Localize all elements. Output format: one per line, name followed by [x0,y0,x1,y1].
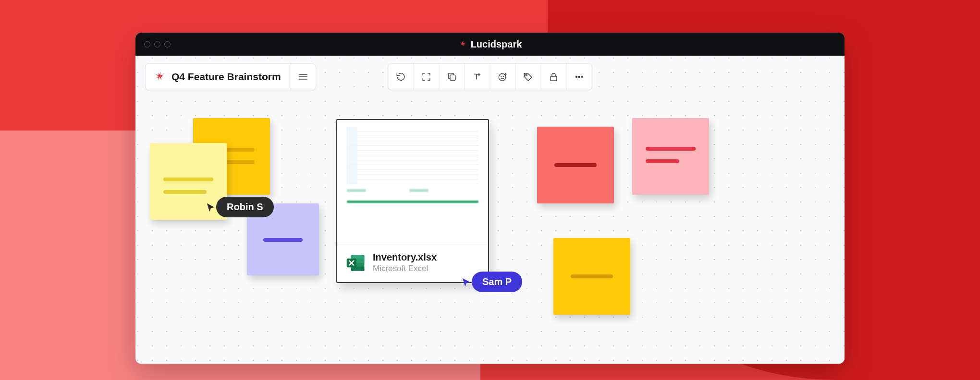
embedded-file-card[interactable]: Inventory.xlsx Microsoft Excel [336,119,489,283]
collaborator-label: Sam P [472,272,522,292]
sticky-note[interactable] [553,238,630,315]
document-title-bar: Q4 Feature Brainstorm [145,63,316,90]
cursor-icon [206,202,216,213]
lucidspark-logo-icon [149,67,169,86]
svg-rect-0 [450,75,455,80]
collaborator-cursor-robin: Robin S [206,197,274,217]
expand-icon [421,71,432,82]
expand-button[interactable] [414,63,439,90]
window-titlebar: Lucidspark [135,33,845,56]
hamburger-icon [299,73,307,80]
sticky-note[interactable] [632,118,709,195]
excel-file-icon [345,252,366,273]
lock-icon [549,71,559,82]
text-add-icon [472,71,483,82]
lucidspark-logo-icon [458,40,467,48]
emoji-add-icon [498,71,508,82]
svg-point-2 [501,76,502,77]
rotate-button[interactable] [389,63,414,90]
svg-point-4 [526,74,527,76]
svg-point-6 [576,76,577,78]
svg-rect-5 [551,76,557,81]
svg-rect-12 [351,267,365,271]
whiteboard-canvas[interactable]: Q4 Feature Brainstorm [135,56,845,364]
copy-button[interactable] [440,63,465,90]
lock-button[interactable] [541,63,566,90]
svg-point-3 [503,76,503,77]
more-button[interactable] [567,63,592,90]
window-minimize-button[interactable] [154,41,160,48]
file-type: Microsoft Excel [373,264,437,273]
rotate-ccw-icon [396,71,406,82]
cursor-icon [461,276,472,288]
emoji-button[interactable] [490,63,515,90]
sticky-note[interactable] [537,127,614,203]
window-traffic-lights [144,41,171,48]
tag-icon [523,71,534,82]
file-name: Inventory.xlsx [373,252,437,263]
svg-point-1 [499,74,506,81]
copy-icon [447,71,457,82]
svg-point-7 [578,76,580,78]
window-maximize-button[interactable] [164,41,171,48]
more-icon [574,71,585,82]
file-preview [337,120,488,245]
window-close-button[interactable] [144,41,150,48]
app-window: Lucidspark Q4 Feature Brainstorm [135,33,845,364]
document-menu-button[interactable] [291,63,316,90]
collaborator-cursor-sam: Sam P [461,272,522,292]
text-button[interactable] [465,63,490,90]
collaborator-label: Robin S [216,197,274,217]
app-name-label: Lucidspark [471,39,522,50]
tag-button[interactable] [516,63,541,90]
svg-rect-10 [351,255,365,259]
object-toolbar [388,63,592,90]
app-title: Lucidspark [458,39,522,50]
document-title[interactable]: Q4 Feature Brainstorm [169,71,291,83]
svg-point-8 [581,76,583,78]
